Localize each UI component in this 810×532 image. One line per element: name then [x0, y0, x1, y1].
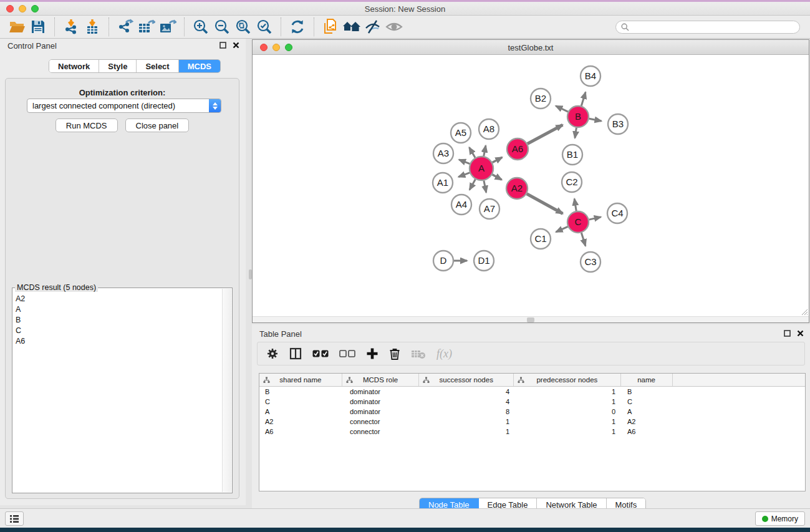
mcds-result-item[interactable]: C [13, 325, 221, 336]
edge-A-A6[interactable] [493, 157, 503, 162]
search-input[interactable] [632, 22, 794, 31]
mcds-list-scrollbar[interactable] [222, 289, 231, 492]
edge-A-A7[interactable] [484, 181, 486, 193]
task-history-button[interactable] [5, 511, 24, 526]
import-table-icon[interactable] [82, 17, 103, 36]
export-network-icon[interactable] [115, 17, 136, 36]
table-row[interactable]: Adominator80A [259, 407, 805, 417]
column-header-name[interactable]: name [621, 374, 673, 386]
table-cell[interactable]: dominator [342, 408, 420, 415]
table-row[interactable]: Bdominator41B [259, 387, 805, 397]
export-image-icon[interactable] [157, 17, 178, 36]
network-graph[interactable]: B4B2BB3A5A8A6B1A3AC2A1A2A4A7C4CC1C3DD1 [253, 56, 809, 316]
network-hscrollbar[interactable] [253, 316, 809, 322]
tab-select[interactable]: Select [137, 60, 178, 72]
node-table[interactable]: shared nameMCDS rolesuccessor nodesprede… [259, 373, 806, 491]
show-panel-icon[interactable] [383, 17, 405, 36]
edge-A-A1[interactable] [458, 173, 470, 177]
delete-table-icon[interactable] [411, 349, 426, 359]
column-header-predecessor-nodes[interactable]: predecessor nodes [514, 374, 621, 386]
edge-B-B4[interactable] [581, 92, 586, 106]
optimization-criterion-select[interactable]: largest connected component (directed) [27, 99, 221, 113]
table-cell[interactable]: 1 [514, 418, 622, 425]
zoom-fit-icon[interactable] [233, 17, 254, 36]
save-session-icon[interactable] [27, 17, 49, 36]
table-row[interactable]: Cdominator41C [259, 397, 805, 407]
refresh-icon[interactable] [287, 17, 308, 36]
mcds-result-list[interactable]: A2ABCA6 [13, 293, 221, 491]
column-header-MCDS-role[interactable]: MCDS role [342, 374, 420, 386]
edge-A-A2[interactable] [492, 175, 501, 180]
open-file-icon[interactable] [6, 17, 27, 36]
tab-style[interactable]: Style [99, 60, 137, 72]
network-window-titlebar[interactable]: testGlobe.txt [253, 40, 809, 55]
table-cell[interactable]: 1 [514, 428, 622, 435]
table-cell[interactable]: C [259, 398, 342, 405]
float-panel-icon[interactable] [219, 42, 226, 49]
table-cell[interactable]: B [259, 388, 342, 395]
table-cell[interactable]: A [259, 408, 342, 415]
network-hscroll-thumb[interactable] [527, 317, 534, 322]
export-table-icon[interactable] [136, 17, 157, 36]
mcds-result-item[interactable]: B [13, 314, 221, 325]
column-header-successor-nodes[interactable]: successor nodes [419, 374, 514, 386]
edge-B-B1[interactable] [575, 128, 576, 138]
edge-C-C3[interactable] [581, 233, 586, 246]
network-vscroll-thumb[interactable] [249, 269, 252, 279]
table-cell[interactable]: dominator [342, 388, 420, 395]
mcds-result-item[interactable]: A2 [13, 293, 221, 304]
tab-mcds[interactable]: MCDS [179, 60, 220, 72]
edge-A6-B[interactable] [528, 125, 562, 143]
edge-C-C4[interactable] [589, 217, 601, 220]
function-builder-icon[interactable]: f(x) [436, 347, 452, 360]
zoom-selected-icon[interactable] [254, 17, 275, 36]
duplicate-network-icon[interactable] [320, 17, 341, 36]
tab-network[interactable]: Network [49, 60, 99, 72]
table-cell[interactable]: connector [342, 428, 420, 435]
memory-button[interactable]: Memory [755, 511, 805, 526]
table-cell[interactable]: 1 [420, 428, 514, 435]
table-cell[interactable]: 1 [514, 398, 622, 405]
run-mcds-button[interactable]: Run MCDS [55, 118, 118, 132]
split-columns-icon[interactable] [289, 347, 302, 360]
table-cell[interactable]: dominator [342, 398, 420, 405]
table-cell[interactable]: A6 [259, 428, 342, 435]
edge-A-A3[interactable] [459, 160, 470, 164]
table-row[interactable]: A2connector11A2 [259, 417, 805, 427]
mcds-result-item[interactable]: A [13, 304, 221, 314]
table-cell[interactable]: connector [342, 418, 420, 425]
delete-columns-icon[interactable] [389, 347, 400, 360]
home-icon[interactable] [341, 17, 362, 36]
table-cell[interactable]: 1 [420, 418, 514, 425]
search-field[interactable] [615, 21, 800, 34]
table-cell[interactable]: A [622, 408, 673, 415]
edge-B-B2[interactable] [556, 106, 567, 112]
unselect-all-columns-icon[interactable] [339, 349, 355, 358]
table-cell[interactable]: C [622, 398, 673, 405]
table-cell[interactable]: A2 [259, 418, 342, 425]
table-row[interactable]: A6connector11A6 [259, 427, 805, 437]
table-cell[interactable]: A6 [622, 428, 673, 435]
network-canvas[interactable]: B4B2BB3A5A8A6B1A3AC2A1A2A4A7C4CC1C3DD1 [253, 56, 809, 316]
edge-C-C2[interactable] [574, 199, 576, 211]
mcds-result-item[interactable]: A6 [13, 336, 221, 346]
close-panel-icon[interactable] [233, 42, 239, 49]
close-panel-button[interactable]: Close panel [125, 118, 190, 132]
select-all-columns-icon[interactable] [312, 349, 329, 358]
edge-A-A4[interactable] [470, 180, 475, 190]
edge-C-C1[interactable] [556, 226, 568, 232]
edge-A2-C[interactable] [527, 194, 563, 214]
hide-panel-icon[interactable] [362, 17, 383, 36]
float-table-panel-icon[interactable] [784, 330, 791, 337]
gear-icon[interactable] [266, 347, 279, 360]
zoom-out-icon[interactable] [211, 17, 233, 36]
add-column-icon[interactable] [366, 347, 378, 360]
close-table-panel-icon[interactable] [797, 330, 804, 337]
table-cell[interactable]: 0 [514, 408, 622, 415]
edge-B-B3[interactable] [589, 118, 602, 121]
import-network-icon[interactable] [60, 17, 82, 36]
table-cell[interactable]: 1 [514, 388, 622, 395]
table-cell[interactable]: 4 [420, 398, 514, 405]
table-cell[interactable]: 8 [420, 408, 514, 415]
table-cell[interactable]: A2 [622, 418, 673, 425]
